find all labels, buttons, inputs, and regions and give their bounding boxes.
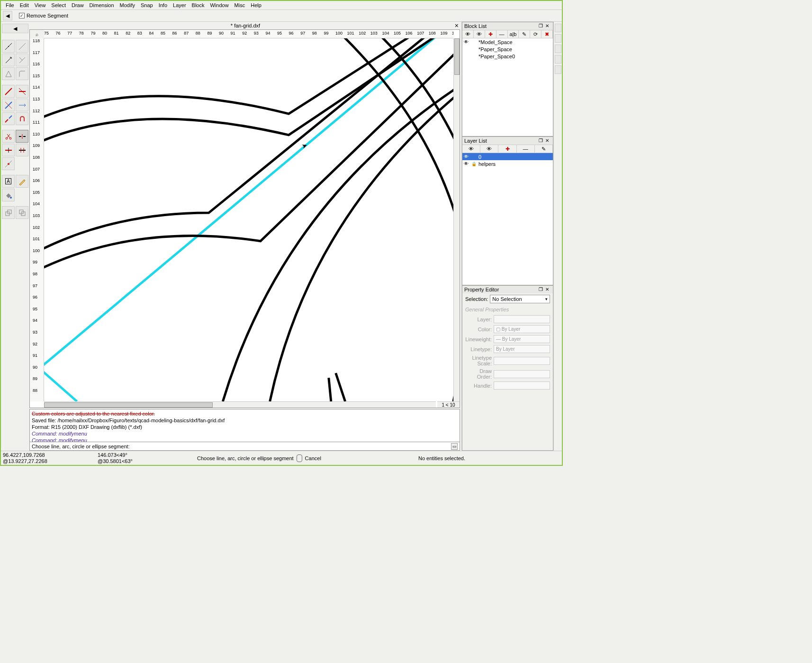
block-rename-icon[interactable]: a|b	[508, 30, 519, 38]
drawing-canvas[interactable]: ⌕ 75767778798081828384858687888990919293…	[29, 29, 460, 408]
eye-icon[interactable]	[463, 46, 469, 52]
svg-line-2	[19, 43, 26, 50]
layer-remove-icon[interactable]: —	[517, 145, 535, 153]
prop-field[interactable]: By Layer	[494, 345, 550, 353]
close-icon[interactable]: ×	[455, 22, 459, 29]
menu-misc[interactable]: Misc	[232, 1, 248, 9]
lock-icon[interactable]: 🔒	[471, 161, 477, 167]
block-add-icon[interactable]: ✚	[485, 30, 496, 38]
block-list[interactable]: 👁*Model_Space*Paper_Space*Paper_Space0	[462, 38, 553, 136]
selection-dropdown[interactable]: No Selection	[490, 295, 550, 303]
toolbox-back-button[interactable]: ◀	[2, 24, 28, 33]
tool-text-box-icon[interactable]: A	[2, 175, 15, 188]
block-delete-icon[interactable]: ✖	[541, 30, 553, 38]
tool-break-line-icon[interactable]	[2, 112, 15, 125]
block-remove-icon[interactable]: —	[496, 30, 508, 38]
scrollbar-vertical[interactable]	[453, 38, 460, 401]
tool-pencil-icon[interactable]	[16, 175, 28, 188]
layer-edit-icon[interactable]: ✎	[535, 145, 553, 153]
tool-bucket-icon[interactable]	[2, 189, 15, 201]
tool-break-both-icon[interactable]	[16, 144, 28, 156]
rail-btn-5[interactable]	[555, 65, 561, 74]
command-input[interactable]: Choose line, arc, circle or ellipse segm…	[29, 442, 460, 451]
block-row[interactable]: *Paper_Space	[462, 45, 553, 53]
prop-field[interactable]: ▢ By Layer	[494, 325, 550, 333]
rail-btn-2[interactable]	[555, 34, 561, 43]
tool-back-button[interactable]: ◀	[3, 11, 12, 20]
menu-dimension[interactable]: Dimension	[87, 1, 117, 9]
svg-line-10	[9, 116, 12, 118]
prop-field[interactable]: — By Layer	[494, 335, 550, 343]
ruler-tick: 100	[33, 248, 40, 253]
layer-add-icon[interactable]: ✚	[498, 145, 516, 153]
eye-icon[interactable]: 👁	[463, 39, 469, 45]
tool-extend-red-icon[interactable]	[16, 85, 28, 98]
tool-measure-icon[interactable]	[16, 40, 28, 53]
menu-help[interactable]: Help	[248, 1, 264, 9]
eye-icon[interactable]: 👁	[463, 154, 469, 160]
command-clear-button[interactable]: ▭	[451, 443, 458, 450]
tool-box2-icon[interactable]	[16, 206, 28, 219]
block-hide-all-icon[interactable]: 👁	[474, 30, 485, 38]
menu-block[interactable]: Block	[189, 1, 208, 9]
tool-explode-icon[interactable]	[2, 54, 15, 66]
layer-show-all-icon[interactable]: 👁	[462, 145, 480, 153]
tool-scissors-icon[interactable]	[2, 130, 15, 143]
layer-list[interactable]: 👁0👁🔒helpers	[462, 153, 553, 285]
prop-field[interactable]	[494, 370, 550, 378]
prop-field[interactable]	[494, 315, 550, 323]
block-row[interactable]: 👁*Model_Space	[462, 38, 553, 45]
document-tab[interactable]: * fan-grid.dxf ×	[29, 22, 461, 29]
prop-field[interactable]	[494, 381, 550, 390]
prop-field[interactable]	[494, 357, 550, 365]
ruler-tick: 105	[33, 190, 40, 195]
tool-box1-icon[interactable]	[2, 206, 15, 219]
tool-trim-both-icon[interactable]	[2, 99, 15, 111]
panel-float-icon[interactable]: ❐	[539, 23, 544, 29]
eye-icon[interactable]	[463, 54, 469, 59]
menu-file[interactable]: File	[3, 1, 17, 9]
menu-snap[interactable]: Snap	[138, 1, 156, 9]
menu-modify[interactable]: Modify	[117, 1, 138, 9]
tool-divide-icon[interactable]	[2, 40, 15, 53]
block-insert-icon[interactable]: ⟳	[530, 30, 541, 38]
tool-break-gap-icon[interactable]	[16, 130, 28, 143]
panel-float-icon[interactable]: ❐	[539, 287, 544, 292]
ruler-tick: 109	[33, 143, 40, 148]
menu-edit[interactable]: Edit	[17, 1, 32, 9]
tool-triangle-icon[interactable]	[2, 67, 15, 80]
panel-close-icon[interactable]: ✕	[545, 287, 551, 292]
layer-hide-all-icon[interactable]: 👁	[480, 145, 498, 153]
menu-layer[interactable]: Layer	[170, 1, 189, 9]
canvas-viewport[interactable]: ➤	[44, 38, 453, 401]
layer-row[interactable]: 👁0	[462, 153, 553, 160]
panel-close-icon[interactable]: ✕	[545, 23, 551, 29]
remove-segment-checkbox[interactable]: ✓	[19, 13, 25, 18]
tool-fillet-icon[interactable]	[16, 67, 28, 80]
panel-close-icon[interactable]: ✕	[545, 138, 551, 144]
rail-btn-3[interactable]	[555, 45, 561, 53]
rail-btn-1[interactable]	[555, 24, 561, 32]
tool-hatch-explode-icon[interactable]	[16, 54, 28, 66]
eye-icon[interactable]: 👁	[463, 161, 469, 167]
scrollbar-horizontal[interactable]	[44, 401, 436, 408]
block-edit-icon[interactable]: ✎	[519, 30, 530, 38]
menu-window[interactable]: Window	[207, 1, 231, 9]
tool-break-point-icon[interactable]	[2, 144, 15, 156]
rail-btn-4[interactable]	[555, 55, 561, 64]
ruler-corner-icon[interactable]: ⌕	[30, 30, 44, 38]
menu-draw[interactable]: Draw	[69, 1, 87, 9]
menu-select[interactable]: Select	[48, 1, 69, 9]
tool-point-icon[interactable]	[2, 157, 15, 170]
panel-float-icon[interactable]: ❐	[539, 138, 544, 144]
tool-magnet-icon[interactable]	[16, 112, 28, 125]
menu-info[interactable]: Info	[156, 1, 170, 9]
lock-icon[interactable]	[471, 154, 477, 160]
block-show-all-icon[interactable]: 👁	[462, 30, 474, 38]
block-row[interactable]: *Paper_Space0	[462, 53, 553, 60]
tool-trim-red-icon[interactable]	[2, 85, 15, 98]
menu-view[interactable]: View	[32, 1, 49, 9]
layer-row[interactable]: 👁🔒helpers	[462, 160, 553, 167]
tool-stretch-icon[interactable]	[16, 99, 28, 111]
prop-label: Layer:	[465, 317, 492, 322]
